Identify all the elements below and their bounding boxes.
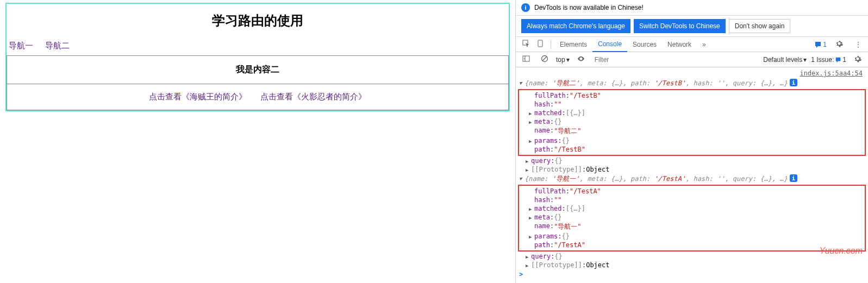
content-link-2[interactable]: 点击查看《火影忍者的简介》	[260, 92, 366, 101]
live-expression-icon[interactable]	[574, 53, 588, 66]
sidebar-toggle-icon[interactable]	[519, 53, 533, 66]
caret-icon[interactable]	[529, 205, 534, 212]
separator	[551, 40, 551, 49]
console-output: index.js:5aa4:54 {name: '导航二', meta: {…}…	[516, 67, 868, 283]
highlight-box-1: fullPath: "/TestB" hash: "" matched: [{……	[518, 89, 866, 156]
kebab-icon[interactable]: ⋮	[852, 39, 865, 51]
tab-network[interactable]: Network	[662, 37, 697, 52]
tab-console[interactable]: Console	[592, 37, 627, 52]
info-badge-icon[interactable]: i	[790, 79, 797, 86]
tab-more[interactable]: »	[697, 37, 711, 52]
source-link[interactable]: index.js:5aa4:54	[516, 68, 868, 78]
caret-icon[interactable]	[526, 253, 531, 260]
nav-section: 导航一 导航二	[7, 37, 509, 54]
console-settings-icon[interactable]	[851, 53, 865, 66]
devtools-panel: i DevTools is now available in Chinese! …	[515, 0, 868, 283]
dont-show-button[interactable]: Don't show again	[729, 19, 791, 33]
caret-icon[interactable]	[529, 213, 534, 221]
title-section: 学习路由的使用	[7, 4, 509, 37]
app-preview: 学习路由的使用 导航一 导航二 我是内容二 点击查看《海贼王的简介》 点击查看《…	[0, 0, 515, 283]
svg-line-5	[542, 56, 547, 61]
highlight-box-2: fullPath: "/TestA" hash: "" matched: [{……	[518, 185, 866, 251]
content-link-1[interactable]: 点击查看《海贼王的简介》	[149, 92, 247, 101]
caret-icon[interactable]	[529, 232, 534, 240]
console-object-summary[interactable]: {name: '导航二', meta: {…}, path: '/TestB',…	[516, 78, 868, 89]
clear-console-icon[interactable]	[538, 53, 552, 66]
always-match-button[interactable]: Always match Chrome's language	[521, 19, 630, 33]
levels-selector[interactable]: Default levels ▾	[763, 56, 807, 64]
console-prompt[interactable]: >	[516, 269, 868, 279]
tab-elements[interactable]: Elements	[554, 37, 592, 52]
issue-count: 1	[823, 41, 827, 48]
content-box: 我是内容二 点击查看《海贼王的简介》 点击查看《火影忍者的简介》	[7, 55, 509, 110]
svg-rect-1	[538, 40, 542, 47]
console-filter-bar: top ▾ Default levels ▾ 1 Issue: 1	[516, 52, 868, 67]
nav-link-2[interactable]: 导航二	[45, 41, 70, 50]
context-selector[interactable]: top ▾	[556, 56, 570, 64]
caret-icon[interactable]	[529, 109, 534, 117]
notification-text: DevTools is now available in Chinese!	[534, 4, 644, 11]
issues-link[interactable]: 1 Issue: 1	[811, 56, 846, 64]
nav-link-1[interactable]: 导航一	[9, 41, 33, 50]
app-container: 学习路由的使用 导航一 导航二 我是内容二 点击查看《海贼王的简介》 点击查看《…	[5, 3, 510, 111]
device-icon[interactable]	[533, 37, 547, 51]
console-object-summary[interactable]: {name: '导航一', meta: {…}, path: '/TestA',…	[516, 174, 868, 184]
watermark: Yuucn.com	[820, 246, 863, 256]
info-icon: i	[521, 3, 530, 12]
caret-icon[interactable]	[526, 166, 531, 173]
filter-input[interactable]	[592, 55, 759, 65]
content-title: 我是内容二	[7, 56, 508, 84]
caret-icon[interactable]	[529, 137, 534, 144]
gear-icon[interactable]	[832, 37, 846, 51]
notification-bar: i DevTools is now available in Chinese!	[516, 0, 868, 16]
caret-icon[interactable]	[519, 174, 524, 182]
language-button-bar: Always match Chrome's language Switch De…	[516, 16, 868, 37]
inspect-icon[interactable]	[519, 37, 533, 51]
caret-icon[interactable]	[519, 79, 524, 86]
caret-icon[interactable]	[526, 261, 531, 269]
caret-icon[interactable]	[526, 157, 531, 165]
tab-sources[interactable]: Sources	[627, 37, 662, 52]
switch-devtools-button[interactable]: Switch DevTools to Chinese	[634, 19, 726, 33]
content-links: 点击查看《海贼王的简介》 点击查看《火影忍者的简介》	[7, 84, 508, 110]
page-title: 学习路由的使用	[7, 12, 509, 29]
caret-icon[interactable]	[529, 118, 534, 125]
devtools-tabs: Elements Console Sources Network » 1 ⋮	[516, 37, 868, 52]
issue-badge[interactable]: 1	[814, 41, 827, 48]
svg-rect-2	[523, 56, 529, 61]
info-badge-icon[interactable]: i	[790, 174, 797, 182]
